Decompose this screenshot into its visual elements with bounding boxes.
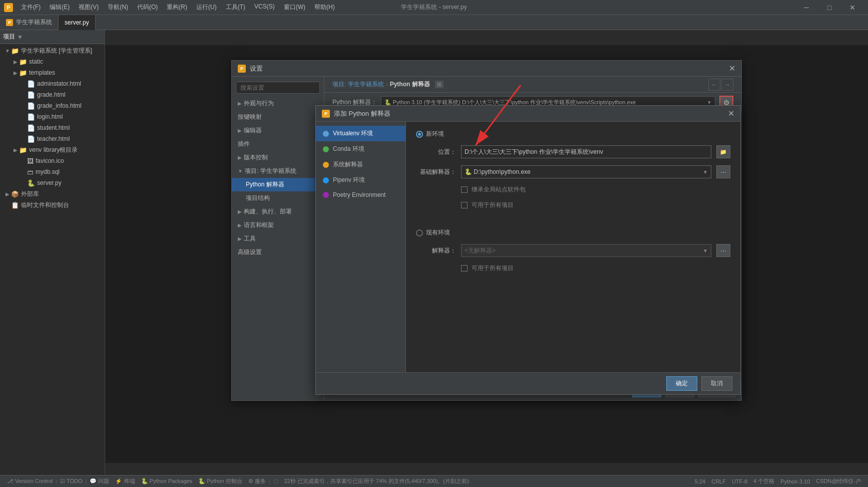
tree-login-label: login.html — [37, 113, 63, 120]
tree-root-label: 学生学籍系统 [学生管理系] — [21, 47, 92, 55]
tab-serverpy[interactable]: server.py — [59, 15, 96, 30]
tree-static-icon: 📁 — [19, 58, 27, 66]
add-interpreter-confirm-button[interactable]: 确定 — [666, 376, 697, 391]
settings-nav: ▶ 外观与行为 按键映射 ▶ 编辑器 插件 — [232, 77, 324, 400]
tree-student-html[interactable]: 📄 student.html — [0, 122, 105, 133]
tree-mydb[interactable]: 🗃 mydb.sql — [0, 166, 105, 177]
nav-keymap[interactable]: 按键映射 — [232, 110, 324, 124]
menu-window[interactable]: 窗口(W) — [280, 2, 309, 13]
tree-static[interactable]: ▶ 📁 static — [0, 56, 105, 67]
tree-login-html[interactable]: 📄 login.html — [0, 111, 105, 122]
python-console-tab[interactable]: 🐍 Python 控制台 — [195, 477, 245, 485]
tree-ext-label: 外部库 — [21, 190, 39, 198]
tree-admin-html[interactable]: 📄 adminstator.html — [0, 78, 105, 89]
breadcrumb-root[interactable]: 项目: 学生学籍系统 — [332, 80, 384, 89]
tree-root-icon: 📁 — [11, 47, 19, 55]
nav-lang[interactable]: ▶ 语言和框架 — [232, 218, 324, 232]
project-dropdown-arrow[interactable]: ▼ — [17, 34, 23, 41]
status-interpreter[interactable]: Python 3.10 — [777, 478, 813, 484]
version-control-tab[interactable]: ⎇ Version Control — [4, 478, 56, 484]
radio-existing-env[interactable]: 现有环境 — [416, 228, 450, 237]
window-controls[interactable]: ─ □ ✕ — [795, 0, 864, 15]
menu-help[interactable]: 帮助(H) — [310, 2, 339, 13]
status-line-ending[interactable]: CRLF — [708, 478, 729, 484]
tree-temp[interactable]: 📋 临时文件和控制台 — [0, 199, 105, 210]
nav-project-structure[interactable]: 项目结构 — [232, 191, 324, 205]
nav-project-structure-label: 项目结构 — [246, 194, 270, 202]
terminal-tab[interactable]: ⚡ 终端 — [112, 477, 138, 485]
breadcrumb-icon[interactable]: ⊞ — [435, 81, 444, 88]
status-line-col[interactable]: 5:24 — [692, 478, 708, 484]
interpreter-type-system[interactable]: 系统解释器 — [316, 157, 405, 172]
menu-code[interactable]: 代码(O) — [133, 2, 162, 13]
nav-appearance[interactable]: ▶ 外观与行为 — [232, 97, 324, 110]
python-packages-tab[interactable]: 🐍 Python Packages — [138, 478, 196, 484]
menu-refactor[interactable]: 重构(R) — [163, 2, 191, 13]
available-all-projects-checkbox[interactable] — [461, 202, 468, 208]
menu-run[interactable]: 运行(U) — [192, 2, 221, 13]
todo-tab[interactable]: ☑ TODO — [57, 478, 85, 484]
interpreter-type-virtualenv[interactable]: Virtualenv 环境 — [316, 126, 405, 141]
radio-new-env[interactable]: 新环境 — [416, 130, 444, 138]
menu-bar[interactable]: 文件(F) 编辑(E) 视图(V) 导航(N) 代码(O) 重构(R) 运行(U… — [17, 2, 339, 13]
tree-favicon[interactable]: 🖼 favicon.ico — [0, 155, 105, 166]
nav-advanced-label: 高级设置 — [238, 248, 262, 257]
existing-interpreter-select[interactable]: <无解释器> ▼ — [461, 244, 711, 257]
menu-edit[interactable]: 编辑(E) — [46, 2, 74, 13]
status-indent[interactable]: 4 个空格 — [750, 477, 777, 485]
tree-venv[interactable]: ▶ 📁 venv library根目录 — [0, 144, 105, 155]
nav-editor-arrow: ▶ — [238, 128, 242, 133]
nav-tools[interactable]: ▶ 工具 — [232, 232, 324, 246]
inherit-packages-checkbox[interactable] — [461, 186, 468, 193]
existing-interpreter-label: 解释器： — [416, 247, 456, 255]
settings-search-input[interactable] — [236, 82, 320, 94]
tree-templates[interactable]: ▶ 📁 templates — [0, 67, 105, 78]
review-tab[interactable]: 💬 问题 — [87, 477, 112, 485]
close-button[interactable]: ✕ — [841, 0, 864, 15]
menu-tools[interactable]: 工具(T) — [222, 2, 249, 13]
existing-env-radio-group: 现有环境 — [416, 228, 730, 237]
tree-serverpy[interactable]: 🐍 server.py — [0, 177, 105, 188]
maximize-button[interactable]: □ — [818, 0, 841, 15]
nav-keymap-label: 按键映射 — [238, 113, 262, 121]
annotation-arrow — [446, 80, 546, 180]
status-encoding[interactable]: UTF-8 — [729, 478, 750, 484]
nav-plugins[interactable]: 插件 — [232, 137, 324, 151]
nav-editor[interactable]: ▶ 编辑器 — [232, 124, 324, 137]
tree-teacher-html[interactable]: 📄 teacher.html — [0, 133, 105, 144]
pipenv-label: Pipenv 环境 — [333, 176, 365, 184]
tree-grade-icon: 📄 — [27, 91, 35, 99]
menu-navigate[interactable]: 导航(N) — [104, 2, 132, 13]
add-interpreter-close-button[interactable]: ✕ — [728, 109, 734, 118]
existing-interpreter-more-button[interactable]: ··· — [716, 244, 730, 257]
nav-back-button[interactable]: ← — [708, 79, 720, 91]
tree-root[interactable]: ▼ 📁 学生学籍系统 [学生管理系] — [0, 45, 105, 56]
base-interpreter-more-button[interactable]: ··· — [716, 165, 730, 178]
menu-view[interactable]: 视图(V) — [75, 2, 103, 13]
existing-available-all-checkbox[interactable] — [461, 265, 468, 272]
interpreter-type-pipenv[interactable]: Pipenv 环境 — [316, 172, 405, 188]
location-browse-button[interactable]: 📁 — [716, 145, 730, 158]
interpreter-type-conda[interactable]: Conda 环境 — [316, 141, 405, 157]
menu-vcs[interactable]: VCS(S) — [250, 2, 279, 13]
settings-close-button[interactable]: ✕ — [729, 64, 735, 73]
nav-vcs[interactable]: ▶ 版本控制 — [232, 151, 324, 164]
tree-grade-infos-html[interactable]: 📄 grade_infos.html — [0, 100, 105, 111]
add-interpreter-cancel-button[interactable]: 取消 — [701, 376, 732, 391]
add-interpreter-icon: P — [322, 110, 330, 118]
nav-build[interactable]: ▶ 构建、执行、部署 — [232, 205, 324, 218]
tree-grade-html[interactable]: 📄 grade.html — [0, 89, 105, 100]
system-dot — [323, 162, 329, 168]
add-interpreter-footer: 确定 取消 — [316, 372, 740, 394]
services-tab[interactable]: ⚙ 服务 — [245, 477, 269, 485]
tree-external-libs[interactable]: ▶ 📦 外部库 — [0, 188, 105, 199]
nav-project[interactable]: ▼ 项目: 学生学籍系统 — [232, 164, 324, 178]
minimize-button[interactable]: ─ — [795, 0, 818, 15]
tab-project[interactable]: P 学生学籍系统 — [0, 15, 59, 30]
menu-file[interactable]: 文件(F) — [17, 2, 45, 13]
tree-temp-icon: 📋 — [11, 201, 19, 209]
interpreter-type-poetry[interactable]: Poetry Environment — [316, 188, 405, 202]
nav-advanced[interactable]: 高级设置 — [232, 246, 324, 259]
nav-forward-button[interactable]: → — [721, 79, 733, 91]
nav-python-interpreter[interactable]: Python 解释器 — [232, 178, 324, 191]
